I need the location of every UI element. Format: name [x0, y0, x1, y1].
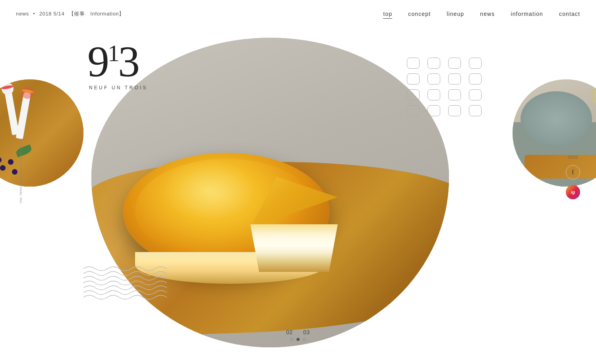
dot-grid-item [428, 58, 440, 69]
slide-counter: 02 / 03 [286, 329, 310, 341]
counter-display: 02 / 03 [286, 329, 310, 335]
dot-grid-item [469, 105, 482, 116]
dot-grid-item [469, 73, 482, 85]
dot-grid-item [407, 58, 420, 69]
slide-dot-1[interactable] [290, 338, 293, 341]
slide-total: 03 [303, 329, 310, 335]
wooden-surface [524, 155, 596, 179]
header: news • 2018 5/14 【催事 Information】 top co… [0, 0, 596, 28]
nav-news[interactable]: news [480, 11, 495, 17]
dot-grid-item [407, 105, 420, 116]
news-label: news [16, 11, 29, 17]
dot-grid-decoration [407, 58, 485, 116]
main-nav: top concept lineup news information cont… [383, 11, 580, 17]
facebook-icon[interactable]: f [566, 165, 580, 179]
nav-lineup[interactable]: lineup [447, 11, 464, 17]
left-circle-image [0, 79, 83, 187]
news-separator: • [33, 11, 35, 17]
nav-concept[interactable]: concept [408, 11, 431, 17]
cake-slice [250, 177, 346, 288]
dot-grid-item [448, 89, 461, 100]
logo-tagline: NEUF UN TROIS [89, 85, 148, 91]
right-circle-image [513, 79, 596, 187]
food-item [592, 87, 596, 103]
plate [521, 91, 592, 147]
nav-information[interactable]: information [511, 11, 543, 17]
dot-grid-item [448, 105, 461, 116]
news-date: 2018 5/14 [39, 11, 65, 17]
slide-current: 02 [286, 329, 293, 335]
dot-grid-item [448, 73, 461, 85]
slide-slash: / [297, 329, 299, 335]
berry-3 [12, 169, 17, 175]
slide-dots [286, 338, 310, 341]
sns-label: SNS [568, 155, 578, 160]
dot-grid-item [428, 89, 440, 100]
copyright: ©2017 STRIPE INTERNATIONAL INC. [19, 139, 23, 205]
news-event: 【催事 Information】 [69, 11, 124, 17]
logo-number: 913 [87, 40, 148, 83]
berry-2 [8, 159, 14, 165]
nav-contact[interactable]: contact [559, 11, 580, 17]
dot-grid-item [428, 105, 440, 116]
logo-area: 913 NEUF UN TROIS [87, 40, 148, 91]
sns-section: SNS f ig [566, 155, 580, 199]
instagram-icon[interactable]: ig [566, 185, 580, 199]
dot-grid-item [407, 73, 420, 85]
dot-grid-item [469, 89, 482, 100]
dot-grid-item [448, 58, 461, 69]
header-news: news • 2018 5/14 【催事 Information】 [16, 10, 124, 17]
dot-grid-item [407, 89, 420, 100]
dot-grid-item [469, 58, 482, 69]
slide-dot-3[interactable] [303, 338, 306, 341]
wavy-lines-decoration [83, 265, 171, 300]
nav-top[interactable]: top [383, 11, 392, 17]
berry-1 [0, 165, 6, 171]
dot-grid-item [428, 73, 440, 85]
slide-dot-2[interactable] [296, 338, 300, 341]
